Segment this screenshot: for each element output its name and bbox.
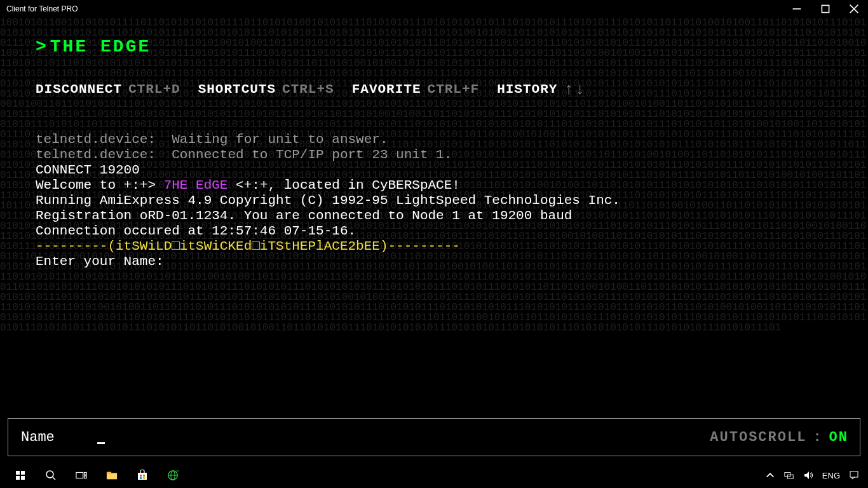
window-titlebar: Client for Telnet PRO [0, 0, 868, 18]
svg-rect-19 [143, 477, 145, 479]
svg-rect-6 [16, 476, 20, 480]
term-line: Welcome to +:+> 7HE EdGE <+:+, located i… [36, 178, 832, 193]
start-button[interactable] [5, 463, 36, 488]
autoscroll-sep: : [813, 430, 822, 445]
history-arrows-icon: ↑↓ [564, 83, 585, 96]
welcome-bbs-name: 7HE EdGE [164, 178, 228, 193]
welcome-post: <+:+, located in CyBERSpACE! [227, 178, 459, 193]
autoscroll-toggle[interactable]: AUTOSCROLL : ON [710, 430, 848, 445]
window-title: Client for Telnet PRO [6, 4, 78, 13]
menu-shortcuts-shortcut: CTRL+S [282, 82, 334, 97]
term-line: telnetd.device: Connected to TCP/IP port… [36, 147, 832, 163]
svg-rect-26 [850, 471, 858, 477]
svg-line-9 [53, 477, 55, 480]
term-tagline: ---------(itSWiLD□itSWiCKEd□iTStHEPlACE2… [36, 239, 832, 254]
tray-network-icon[interactable] [784, 470, 794, 480]
svg-rect-15 [138, 473, 147, 480]
menu-shortcuts[interactable]: SHORTCUTS CTRL+S [198, 82, 334, 97]
tray-action-center-icon[interactable] [849, 470, 859, 480]
app-title: >THE EDGE [36, 37, 832, 57]
menu-disconnect-shortcut: CTRL+D [128, 82, 180, 97]
taskbar-store[interactable] [127, 463, 158, 488]
menu-favorite-label: FAVORITE [352, 82, 421, 97]
main-menu: DISCONNECT CTRL+D SHORTCUTS CTRL+S FAVOR… [36, 82, 832, 97]
menu-favorite-shortcut: CTRL+F [428, 82, 480, 97]
input-bar: AUTOSCROLL : ON [8, 418, 860, 456]
menu-disconnect[interactable]: DISCONNECT CTRL+D [36, 82, 180, 97]
menu-history-label: HISTORY [497, 82, 557, 97]
terminal-output: telnetd.device: Waiting for unit to answ… [0, 97, 868, 269]
term-line: CONNECT 19200 [36, 163, 832, 178]
text-cursor [97, 442, 105, 444]
menu-shortcuts-label: SHORTCUTS [198, 82, 276, 97]
svg-rect-5 [21, 471, 25, 475]
svg-rect-4 [16, 471, 20, 475]
autoscroll-value: ON [829, 430, 848, 445]
window-minimize-button[interactable] [782, 0, 811, 18]
command-input[interactable] [20, 429, 98, 446]
svg-rect-10 [76, 473, 83, 478]
svg-rect-12 [85, 476, 87, 478]
taskbar-telnet-app[interactable]: PRO [158, 463, 188, 488]
svg-text:PRO: PRO [176, 470, 179, 473]
term-line: Registration oRD-01.1234. You are connec… [36, 208, 832, 224]
menu-history[interactable]: HISTORY ↑↓ [497, 82, 585, 97]
search-button[interactable] [36, 463, 66, 488]
svg-rect-11 [85, 473, 87, 475]
term-line: telnetd.device: Waiting for unit to answ… [36, 132, 832, 147]
svg-rect-14 [107, 472, 111, 475]
window-maximize-button[interactable] [811, 0, 839, 18]
tray-language[interactable]: ENG [822, 471, 840, 480]
svg-rect-7 [21, 476, 25, 480]
term-line: Connection occured at 12:57:46 07-15-16. [36, 224, 832, 239]
window-close-button[interactable] [839, 0, 868, 18]
app-title-text: THE EDGE [50, 37, 151, 57]
tray-volume-icon[interactable] [803, 470, 813, 480]
svg-rect-1 [822, 5, 829, 12]
tray-expand-icon[interactable] [765, 470, 775, 480]
term-prompt: Enter your Name: [36, 254, 832, 269]
menu-disconnect-label: DISCONNECT [36, 82, 122, 97]
prompt-prefix: > [36, 37, 46, 57]
windows-taskbar: PRO ENG [0, 463, 868, 488]
term-line: Running AmiExpress 4.9 Copyright (C) 199… [36, 193, 832, 208]
svg-rect-16 [140, 475, 142, 477]
tray-language-label: ENG [822, 471, 840, 480]
menu-favorite[interactable]: FAVORITE CTRL+F [352, 82, 479, 97]
autoscroll-label: AUTOSCROLL [710, 430, 806, 445]
welcome-pre: Welcome to +:+> [36, 178, 164, 193]
svg-point-8 [46, 471, 53, 478]
taskbar-file-explorer[interactable] [97, 463, 127, 488]
svg-rect-17 [143, 475, 145, 477]
svg-rect-18 [140, 477, 142, 479]
task-view-button[interactable] [66, 463, 97, 488]
